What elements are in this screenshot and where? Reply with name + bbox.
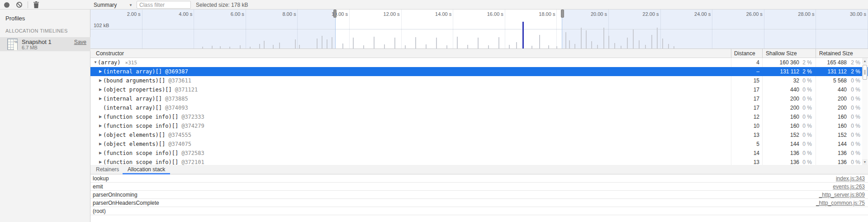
table-row[interactable]: ▶(object properties)[]@371121174400 %440… bbox=[90, 85, 868, 94]
shallow-size-value: 131 112 bbox=[762, 68, 799, 75]
collapse-icon[interactable]: ▼ bbox=[94, 60, 97, 64]
tab-retainers[interactable]: Retainers bbox=[96, 165, 119, 174]
source-location-link[interactable]: _http_common.js:75 bbox=[816, 200, 865, 206]
shallow-size-value: 200 bbox=[762, 96, 799, 102]
retained-size-percent: 0 % bbox=[847, 77, 860, 84]
distance-value: 13 bbox=[731, 132, 759, 138]
table-row[interactable]: ▶(function scope info)[]@372333121600 %1… bbox=[90, 112, 868, 121]
grid-scrollbar[interactable]: ▲ ▼ bbox=[862, 58, 868, 165]
allocation-bar bbox=[436, 38, 437, 48]
timeline-tick-label: 26.00 s bbox=[746, 11, 763, 17]
shallow-size-percent: 0 % bbox=[799, 132, 812, 138]
retained-size-percent: 0 % bbox=[847, 105, 860, 111]
devtools-memory-panel: Summary ▼ Selected size: 178 kB Profiles… bbox=[0, 0, 868, 222]
source-location-link[interactable]: index.js:343 bbox=[836, 175, 865, 182]
retained-size-percent: 0 % bbox=[847, 159, 860, 165]
allocation-bar bbox=[516, 42, 517, 48]
expand-icon[interactable]: ▶ bbox=[99, 87, 102, 92]
allocation-bar bbox=[603, 28, 604, 48]
scroll-up-icon[interactable]: ▲ bbox=[862, 58, 868, 64]
table-row[interactable]: ▶(function scope info)[]@372583141360 %1… bbox=[90, 149, 868, 158]
shallow-size-percent: 0 % bbox=[799, 141, 812, 147]
constructor-name: (internal array)[]@374093 bbox=[103, 105, 188, 111]
column-divider[interactable] bbox=[731, 49, 731, 58]
clear-profiles-icon[interactable] bbox=[16, 2, 22, 8]
table-row[interactable]: ▼(array)×3154160 3602 %165 4882 % bbox=[90, 58, 868, 67]
distance-value: 14 bbox=[731, 150, 759, 156]
allocation-bar bbox=[279, 43, 280, 48]
column-divider[interactable] bbox=[816, 49, 816, 58]
selection-handle-right[interactable] bbox=[561, 10, 564, 18]
allocation-timeline-overview[interactable]: 102 kB 2.00 s4.00 s6.00 s8.00 s10.00 s12… bbox=[90, 10, 868, 48]
table-row[interactable]: ▶(bound arguments)[]@37361115320 %5 5680… bbox=[90, 76, 868, 85]
allocation-bar bbox=[581, 28, 582, 48]
object-id: @374093 bbox=[165, 105, 188, 111]
shallow-size-value: 200 bbox=[762, 105, 799, 111]
allocation-bar bbox=[273, 45, 274, 48]
source-location-link[interactable]: _http_server.js:809 bbox=[819, 192, 865, 198]
scrollbar-thumb[interactable] bbox=[863, 65, 867, 80]
table-row[interactable]: ▶(function scope info)[]@374279101600 %1… bbox=[90, 121, 868, 130]
object-id: @369387 bbox=[165, 68, 188, 75]
allocation-bar bbox=[639, 40, 640, 48]
allocation-stack-list: lookupindex.js:343emitevents.js:263parse… bbox=[90, 174, 868, 222]
perspective-select[interactable]: Summary ▼ bbox=[94, 1, 117, 9]
table-row[interactable]: ▶(internal array)[]@369387–131 1122 %131… bbox=[90, 67, 868, 76]
shallow-size-value: 144 bbox=[762, 141, 799, 147]
column-header-retained-size[interactable]: Retained Size bbox=[819, 50, 853, 57]
allocation-bar bbox=[633, 29, 634, 48]
allocation-bar bbox=[651, 35, 652, 48]
retained-size-value: 131 112 bbox=[816, 68, 847, 75]
allocation-bar bbox=[446, 45, 447, 48]
expand-icon[interactable]: ▶ bbox=[99, 142, 102, 146]
snapshot-item[interactable]: % Snapshot 1 6.7 MB Save bbox=[0, 37, 90, 51]
save-link[interactable]: Save bbox=[74, 39, 86, 45]
expand-icon[interactable]: ▶ bbox=[99, 97, 102, 101]
table-row[interactable]: ▶(object elements)[]@37407551440 %1440 % bbox=[90, 140, 868, 149]
allocation-bar bbox=[548, 45, 549, 48]
column-header-distance[interactable]: Distance bbox=[734, 50, 755, 57]
retained-size-value: 136 bbox=[816, 159, 847, 165]
table-row[interactable]: (internal array)[]@374093172000 %2000 % bbox=[90, 103, 868, 112]
timeline-gridline bbox=[556, 10, 557, 48]
shallow-size-value: 136 bbox=[762, 159, 799, 165]
record-heap-icon[interactable] bbox=[4, 2, 9, 8]
column-header-shallow-size[interactable]: Shallow Size bbox=[766, 50, 797, 57]
source-location-link[interactable]: events.js:263 bbox=[833, 183, 865, 190]
expand-icon[interactable]: ▶ bbox=[99, 115, 102, 119]
tab-allocation-stack[interactable]: Allocation stack bbox=[123, 165, 170, 174]
allocation-bar bbox=[415, 37, 416, 48]
allocation-bar bbox=[657, 28, 658, 48]
shallow-size-percent: 0 % bbox=[799, 114, 812, 120]
allocation-timelines-heading: ALLOCATION TIMELINES bbox=[5, 28, 68, 34]
table-row[interactable]: ▶(object elements)[]@374555131520 %1520 … bbox=[90, 130, 868, 140]
column-divider[interactable] bbox=[762, 49, 763, 58]
allocation-bar bbox=[240, 45, 241, 48]
class-filter-input[interactable] bbox=[137, 1, 191, 9]
distance-value: 4 bbox=[731, 59, 759, 66]
table-row[interactable]: ▶(internal array)[]@373885172000 %2000 % bbox=[90, 94, 868, 103]
expand-icon[interactable]: ▶ bbox=[99, 124, 102, 128]
expand-icon[interactable]: ▶ bbox=[99, 151, 102, 155]
shallow-size-value: 32 bbox=[762, 77, 799, 84]
stack-frame-function: emit bbox=[93, 183, 103, 190]
timeline-gridline bbox=[816, 10, 816, 48]
table-row[interactable]: ▶(function scope info)[]@372101131360 %1… bbox=[90, 158, 868, 165]
distance-value: 10 bbox=[731, 123, 759, 129]
stack-frame-row: (root) bbox=[90, 207, 868, 215]
expand-icon[interactable]: ▶ bbox=[99, 69, 102, 73]
retained-size-percent: 0 % bbox=[847, 132, 860, 138]
allocation-bar bbox=[299, 45, 300, 48]
scroll-down-icon[interactable]: ▼ bbox=[862, 159, 868, 165]
constructor-name: (object elements)[]@374075 bbox=[103, 141, 191, 147]
expand-icon[interactable]: ▶ bbox=[99, 160, 102, 164]
allocation-bar bbox=[394, 38, 395, 48]
retained-size-percent: 0 % bbox=[847, 150, 860, 156]
delete-profile-icon[interactable] bbox=[33, 1, 39, 10]
expand-icon[interactable]: ▶ bbox=[99, 133, 102, 137]
constructor-name: (function scope info)[]@372583 bbox=[103, 150, 204, 156]
column-header-constructor[interactable]: Constructor bbox=[96, 50, 124, 57]
allocation-bar bbox=[342, 43, 343, 48]
selection-handle-left[interactable] bbox=[333, 10, 337, 18]
expand-icon[interactable]: ▶ bbox=[99, 78, 102, 82]
